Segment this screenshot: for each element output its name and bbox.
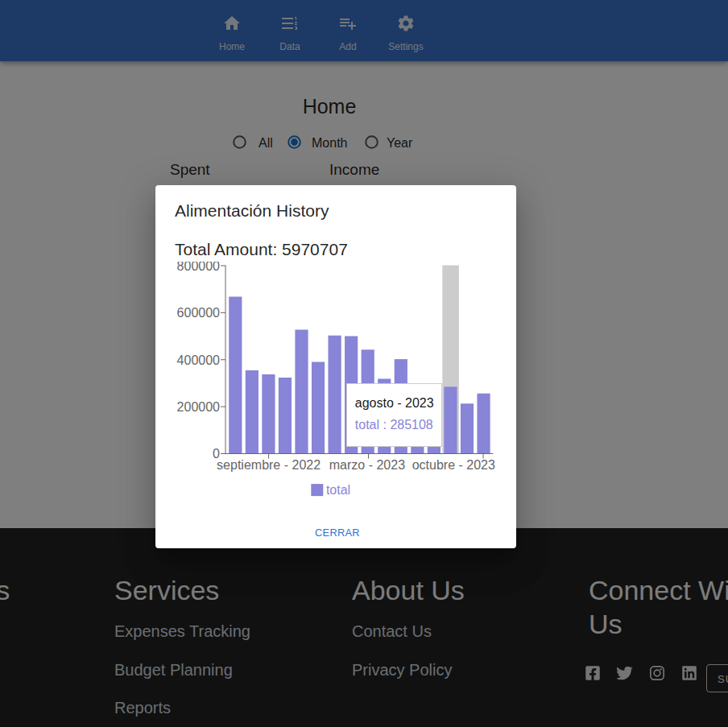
svg-text:octubre - 2023: octubre - 2023 [412, 458, 495, 472]
svg-text:marzo - 2023: marzo - 2023 [329, 458, 405, 472]
svg-text:septiembre - 2022: septiembre - 2022 [217, 458, 321, 472]
svg-text:600000: 600000 [177, 306, 220, 320]
svg-text:400000: 400000 [177, 353, 220, 367]
svg-text:800000: 800000 [177, 262, 220, 273]
svg-text:total: total [326, 483, 350, 497]
svg-text:200000: 200000 [177, 400, 220, 414]
